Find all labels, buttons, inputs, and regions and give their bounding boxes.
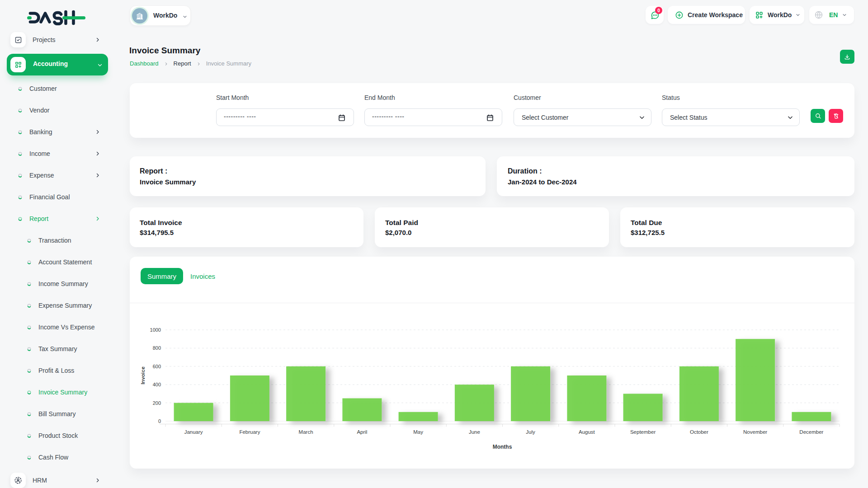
svg-text:September: September bbox=[630, 429, 656, 435]
nav-hrm[interactable]: HRM bbox=[0, 469, 108, 488]
nav-expense[interactable]: Expense bbox=[0, 164, 108, 186]
svg-text:January: January bbox=[184, 429, 203, 435]
svg-text:June: June bbox=[469, 429, 480, 435]
nav-income-vs-expense[interactable]: Income Vs Expense bbox=[0, 316, 108, 338]
download-btn[interactable] bbox=[840, 50, 854, 64]
nav-projects[interactable]: Projects bbox=[0, 29, 108, 51]
svg-text:800: 800 bbox=[153, 345, 161, 351]
svg-text:August: August bbox=[579, 429, 595, 435]
total-paid-card: Total Paid $2,070.0 bbox=[375, 207, 609, 247]
duration-card: Duration : Jan-2024 to Dec-2024 bbox=[497, 156, 854, 196]
nav-bill-summary[interactable]: Bill Summary bbox=[0, 403, 108, 425]
nav-report[interactable]: Report bbox=[0, 208, 108, 230]
nav-product-stock[interactable]: Product Stock bbox=[0, 425, 108, 446]
nav-tax-summary[interactable]: Tax Summary bbox=[0, 338, 108, 360]
svg-text:December: December bbox=[799, 429, 823, 435]
field-start-month: Start Month --------- ---- bbox=[216, 94, 354, 126]
total-invoice-card: Total Invoice $314,795.5 bbox=[130, 207, 363, 247]
language-select[interactable]: EN bbox=[809, 6, 854, 24]
nav-customer[interactable]: Customer bbox=[0, 78, 108, 99]
nav-banking[interactable]: Banking bbox=[0, 121, 108, 143]
nav-cash-flow[interactable]: Cash Flow bbox=[0, 446, 108, 468]
nav-income-summary[interactable]: Income Summary bbox=[0, 273, 108, 295]
filter-card: Start Month --------- ---- End Month ---… bbox=[130, 83, 854, 138]
filter-search-btn[interactable] bbox=[811, 109, 825, 123]
sidebar: Projects Accounting Customer Vendor Bank… bbox=[0, 0, 115, 488]
nav-accounting[interactable]: Accounting bbox=[7, 54, 108, 75]
field-end-month: End Month --------- ---- bbox=[364, 94, 502, 126]
svg-text:November: November bbox=[743, 429, 767, 435]
svg-text:Invoice: Invoice bbox=[140, 366, 146, 385]
nav-expense-summary[interactable]: Expense Summary bbox=[0, 295, 108, 316]
nav-income[interactable]: Income bbox=[0, 143, 108, 164]
svg-text:400: 400 bbox=[153, 382, 161, 387]
svg-text:600: 600 bbox=[153, 364, 161, 369]
svg-text:Months: Months bbox=[493, 444, 512, 450]
nav-vendor[interactable]: Vendor bbox=[0, 99, 108, 121]
tab-invoices[interactable]: Invoices bbox=[190, 272, 215, 280]
logo bbox=[27, 10, 86, 25]
invoice-summary-dashboard: Projects Accounting Customer Vendor Bank… bbox=[0, 0, 868, 488]
messages-btn[interactable]: 0 bbox=[646, 6, 664, 24]
svg-text:July: July bbox=[526, 429, 535, 435]
svg-text:October: October bbox=[690, 429, 708, 435]
field-status: Status Select Status bbox=[662, 94, 800, 126]
nav-financial-goal[interactable]: Financial Goal bbox=[0, 186, 108, 208]
total-due-card: Total Due $312,725.5 bbox=[620, 207, 854, 247]
nav-profit-loss[interactable]: Profit & Loss bbox=[0, 360, 108, 381]
filter-reset-btn[interactable] bbox=[829, 109, 843, 123]
chart-card: Summary Invoices bbox=[130, 257, 854, 469]
breadcrumb: Dashboard Report Invoice Summary bbox=[130, 60, 251, 67]
nav-account-statement[interactable]: Account Statement bbox=[0, 251, 108, 273]
tabs: Summary Invoices bbox=[141, 268, 215, 284]
page-title: Invoice Summary bbox=[129, 45, 200, 56]
tab-summary[interactable]: Summary bbox=[141, 268, 183, 284]
workdo-btn[interactable]: WorkDo bbox=[750, 6, 804, 24]
svg-text:May: May bbox=[413, 429, 423, 435]
svg-text:April: April bbox=[357, 429, 367, 435]
svg-text:200: 200 bbox=[153, 400, 161, 406]
svg-text:0: 0 bbox=[158, 418, 161, 424]
workspace-select[interactable]: WorkDo bbox=[130, 5, 191, 26]
nav-transaction[interactable]: Transaction bbox=[0, 230, 108, 251]
svg-text:1000: 1000 bbox=[150, 327, 161, 333]
field-customer: Customer Select Customer bbox=[514, 94, 651, 126]
report-card: Report : Invoice Summary bbox=[130, 156, 486, 196]
create-workspace-btn[interactable]: Create Workspace bbox=[668, 6, 745, 24]
svg-text:March: March bbox=[299, 429, 313, 435]
svg-text:February: February bbox=[239, 429, 260, 435]
chart: 1000 800 600 400 200 0 bbox=[130, 303, 854, 466]
nav-invoice-summary[interactable]: Invoice Summary bbox=[0, 381, 108, 403]
